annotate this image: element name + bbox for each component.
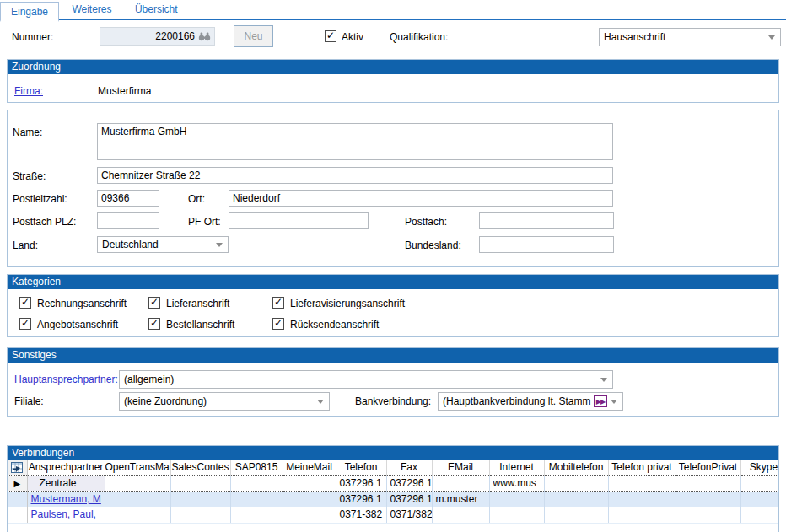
sonstiges-section: Sonstiges Hauptansprechpartner: (allgeme…: [7, 347, 779, 417]
grid-cell[interactable]: www.mus: [489, 475, 544, 491]
grid-cell[interactable]: [230, 475, 283, 491]
col-salescontes[interactable]: SalesContes: [170, 460, 230, 475]
hauptansprechpartner-link[interactable]: Hauptansprechpartner:: [14, 373, 118, 385]
grid-cell[interactable]: [544, 475, 608, 491]
col-ansprechpartner[interactable]: Ansprechpartner: [27, 460, 105, 475]
strasse-field[interactable]: [97, 167, 613, 184]
grid-cell[interactable]: [170, 475, 230, 491]
row-indicator: ▶: [8, 475, 27, 491]
col-fax[interactable]: Fax: [386, 460, 432, 475]
col-internet[interactable]: Internet: [489, 460, 544, 475]
land-combo[interactable]: Deutschland: [97, 236, 229, 253]
col-telefon[interactable]: Telefon: [336, 460, 386, 475]
rechnungsanschrift-checkbox[interactable]: ✓: [19, 297, 31, 309]
check-icon: ✓: [150, 317, 159, 329]
ansprechpartner-link[interactable]: Paulsen, Paul,: [31, 508, 96, 520]
grid-cell[interactable]: [608, 507, 676, 523]
open-bankdetail-icon[interactable]: ▶▶: [594, 395, 607, 407]
postfach-plz-field[interactable]: [97, 212, 159, 229]
grid-cell[interactable]: 0371-382: [336, 507, 386, 523]
grid-cell[interactable]: 037296 1: [336, 491, 386, 507]
check-icon: ✓: [326, 30, 335, 41]
col-skype[interactable]: Skype: [740, 460, 779, 475]
grid-cell[interactable]: [230, 491, 283, 507]
grid-cell[interactable]: [676, 491, 740, 507]
tab-uebersicht[interactable]: Übersicht: [125, 0, 188, 20]
nummer-label: Nummer:: [12, 31, 53, 43]
grid-cell[interactable]: [105, 491, 170, 507]
chevron-down-icon: [768, 35, 775, 40]
grid-cell[interactable]: [432, 475, 489, 491]
col-sap0815[interactable]: SAP0815: [230, 460, 283, 475]
grid-row-paulsen[interactable]: Paulsen, Paul, 0371-382 0371/382: [8, 507, 779, 523]
grid-cell[interactable]: [676, 507, 740, 523]
angebotsanschrift-checkbox[interactable]: ✓: [19, 318, 31, 330]
grid-cell[interactable]: 037296 1: [386, 475, 432, 491]
grid-row-mustermann[interactable]: Mustermann, M 037296 1 037296 1 m.muster: [8, 491, 779, 507]
grid-cell[interactable]: [230, 507, 283, 523]
ort-field[interactable]: [229, 190, 613, 207]
grid-cell[interactable]: [489, 491, 544, 507]
col-opentransmail[interactable]: OpenTransMail: [105, 460, 170, 475]
grid-cell[interactable]: [544, 507, 608, 523]
grid-cell[interactable]: [283, 491, 336, 507]
grid-cell[interactable]: [489, 507, 544, 523]
grid-cell[interactable]: [283, 507, 336, 523]
grid-cell[interactable]: [432, 507, 489, 523]
name-field[interactable]: Musterfirma GmbH: [97, 123, 613, 160]
nummer-field[interactable]: 2200166: [100, 27, 215, 46]
angebotsanschrift-label: Angebotsanschrift: [37, 319, 118, 330]
neu-button[interactable]: Neu: [234, 25, 273, 47]
grid-cell[interactable]: 037296 1: [336, 475, 386, 491]
grid-cell[interactable]: [544, 491, 608, 507]
hauptansprechpartner-value: (allgemein): [124, 373, 597, 385]
bestellanschrift-checkbox[interactable]: ✓: [148, 318, 160, 330]
search-binoculars-icon[interactable]: [198, 31, 211, 41]
grid-cell[interactable]: [740, 475, 779, 491]
lieferavisierungsanschrift-checkbox[interactable]: ✓: [272, 297, 284, 309]
grid-cell[interactable]: [170, 507, 230, 523]
firma-value: Musterfirma: [98, 85, 151, 97]
grid-cell[interactable]: [740, 491, 779, 507]
grid-cell[interactable]: [283, 475, 336, 491]
col-telefonprivat[interactable]: TelefonPrivat: [676, 460, 740, 475]
col-telefon-privat[interactable]: Telefon privat: [608, 460, 676, 475]
qualifikation-combo[interactable]: Hausanschrift: [599, 28, 781, 46]
grid-cell[interactable]: Zentrale: [27, 475, 105, 491]
grid-cell[interactable]: Paulsen, Paul,: [27, 507, 105, 523]
bundesland-field[interactable]: [479, 236, 614, 253]
grid-cell[interactable]: m.muster: [432, 491, 489, 507]
ruecksendeanschrift-checkbox[interactable]: ✓: [272, 318, 284, 330]
tab-eingabe[interactable]: Eingabe: [0, 2, 59, 22]
pf-ort-field[interactable]: [229, 212, 369, 229]
lieferanschrift-checkbox[interactable]: ✓: [148, 297, 160, 309]
grid-cell[interactable]: [608, 475, 676, 491]
postfach-field[interactable]: [479, 212, 614, 229]
current-row-arrow-icon: ▶: [13, 479, 20, 488]
grid-customize-icon[interactable]: [8, 460, 27, 475]
aktiv-checkbox[interactable]: ✓: [325, 30, 336, 42]
grid-row-zentrale[interactable]: ▶ Zentrale 037296 1 037296 1 www.mus: [8, 475, 779, 491]
col-email[interactable]: EMail: [432, 460, 489, 475]
grid-cell[interactable]: Mustermann, M: [27, 491, 105, 507]
grid-cell[interactable]: [676, 475, 740, 491]
check-icon: ✓: [274, 296, 283, 308]
grid-cell[interactable]: [105, 475, 170, 491]
grid-cell[interactable]: [170, 491, 230, 507]
firma-link[interactable]: Firma:: [14, 85, 43, 97]
grid-cell[interactable]: [608, 491, 676, 507]
address-section: Name: Musterfirma GmbH Straße: Postleitz…: [7, 110, 779, 267]
plz-field[interactable]: [97, 190, 159, 207]
tab-weiteres[interactable]: Weiteres: [62, 0, 121, 20]
bankverbindung-combo[interactable]: (Hauptbankverbindung lt. Stamm ▶▶: [438, 392, 623, 411]
grid-cell[interactable]: 037296 1: [386, 491, 432, 507]
col-meinemail[interactable]: MeineMail: [283, 460, 336, 475]
postfach-label: Postfach:: [405, 216, 447, 228]
ansprechpartner-link[interactable]: Mustermann, M: [31, 493, 101, 505]
grid-cell[interactable]: 0371/382: [386, 507, 432, 523]
grid-cell[interactable]: [740, 507, 779, 523]
hauptansprechpartner-combo[interactable]: (allgemein): [119, 370, 613, 389]
grid-cell[interactable]: [105, 507, 170, 523]
col-mobiltelefon[interactable]: Mobiltelefon: [544, 460, 608, 475]
filiale-combo[interactable]: (keine Zuordnung): [119, 392, 330, 411]
